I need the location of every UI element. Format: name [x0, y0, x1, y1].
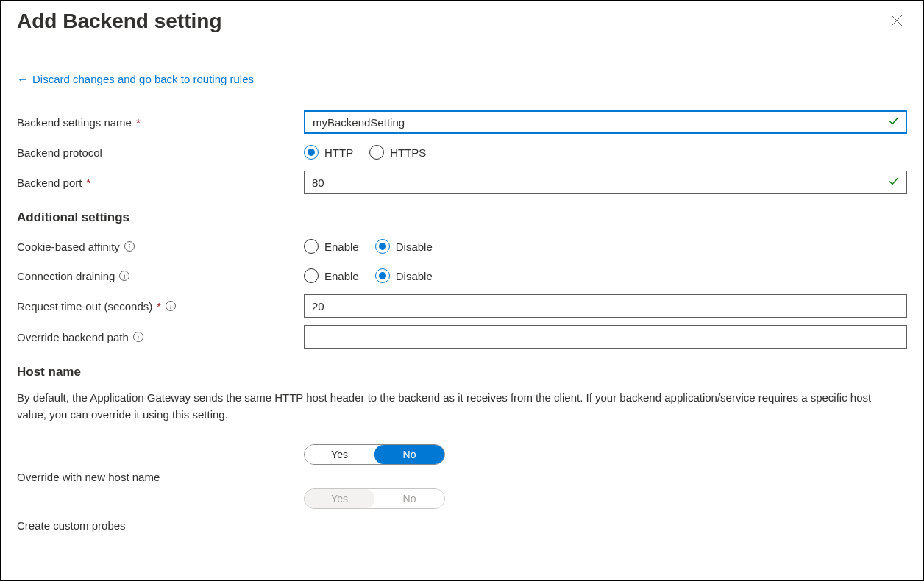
toggle-yes-disabled: Yes	[305, 489, 374, 508]
radio-unselected-icon	[304, 239, 319, 254]
row-override-hostname: Override with new host name Yes No Yes N…	[17, 443, 907, 510]
label-backend-protocol: Backend protocol	[17, 146, 304, 159]
label-custom-probes: Create custom probes	[17, 519, 304, 532]
radio-selected-icon	[304, 145, 319, 160]
row-request-timeout: Request time-out (seconds) * i	[17, 294, 907, 318]
row-cookie-affinity: Cookie-based affinity i Enable Disable	[17, 235, 907, 257]
row-backend-port: Backend port *	[17, 171, 907, 194]
info-icon[interactable]: i	[124, 241, 135, 252]
row-custom-probes: Create custom probes	[17, 514, 907, 536]
close-icon[interactable]	[886, 10, 907, 33]
cookie-disable-radio[interactable]: Disable	[375, 239, 433, 254]
override-hostname-toggle[interactable]: Yes No	[304, 444, 445, 465]
additional-settings-heading: Additional settings	[17, 210, 907, 225]
radio-unselected-icon	[369, 145, 384, 160]
toggle-no[interactable]: No	[374, 445, 444, 464]
custom-probes-toggle: Yes No	[304, 488, 445, 509]
add-backend-setting-panel: Add Backend setting ← Discard changes an…	[1, 1, 923, 580]
hostname-heading: Host name	[17, 365, 907, 379]
protocol-http-radio[interactable]: HTTP	[304, 145, 353, 160]
info-icon[interactable]: i	[119, 271, 129, 281]
label-request-timeout: Request time-out (seconds) * i	[17, 300, 304, 313]
radio-selected-icon	[375, 239, 390, 254]
row-override-path: Override backend path i	[17, 325, 907, 349]
radio-unselected-icon	[304, 268, 319, 283]
hostname-description: By default, the Application Gateway send…	[17, 390, 900, 423]
protocol-https-radio[interactable]: HTTPS	[369, 145, 426, 160]
panel-header: Add Backend setting	[17, 10, 907, 73]
request-timeout-input[interactable]	[304, 294, 907, 318]
row-backend-protocol: Backend protocol HTTP HTTPS	[17, 141, 907, 163]
panel-title: Add Backend setting	[17, 10, 221, 33]
radio-selected-icon	[375, 268, 390, 283]
toggle-no-disabled: No	[374, 489, 444, 508]
checkmark-icon	[888, 115, 900, 129]
cookie-radio-group: Enable Disable	[304, 239, 433, 254]
arrow-left-icon: ←	[17, 73, 28, 85]
info-icon[interactable]: i	[166, 301, 176, 311]
back-link-text: Discard changes and go back to routing r…	[32, 73, 254, 85]
toggle-yes[interactable]: Yes	[305, 445, 374, 464]
label-override-hostname: Override with new host name	[17, 471, 304, 483]
backend-name-input[interactable]	[304, 110, 907, 134]
row-connection-draining: Connection draining i Enable Disable	[17, 265, 907, 287]
protocol-radio-group: HTTP HTTPS	[304, 145, 426, 160]
backend-port-input[interactable]	[304, 171, 907, 194]
required-indicator: *	[86, 177, 90, 189]
required-indicator: *	[136, 116, 141, 129]
label-backend-port: Backend port *	[17, 177, 304, 189]
label-override-path: Override backend path i	[17, 331, 304, 343]
cookie-enable-radio[interactable]: Enable	[304, 239, 359, 254]
draining-disable-radio[interactable]: Disable	[375, 268, 433, 283]
required-indicator: *	[157, 300, 161, 313]
draining-enable-radio[interactable]: Enable	[304, 268, 359, 283]
checkmark-icon	[888, 176, 900, 190]
back-link[interactable]: ← Discard changes and go back to routing…	[17, 73, 254, 85]
label-connection-draining: Connection draining i	[17, 270, 304, 282]
label-cookie-affinity: Cookie-based affinity i	[17, 240, 304, 253]
info-icon[interactable]: i	[133, 332, 143, 342]
override-path-input[interactable]	[304, 325, 907, 349]
draining-radio-group: Enable Disable	[304, 268, 433, 283]
row-backend-name: Backend settings name *	[17, 110, 907, 134]
label-backend-name: Backend settings name *	[17, 116, 304, 129]
